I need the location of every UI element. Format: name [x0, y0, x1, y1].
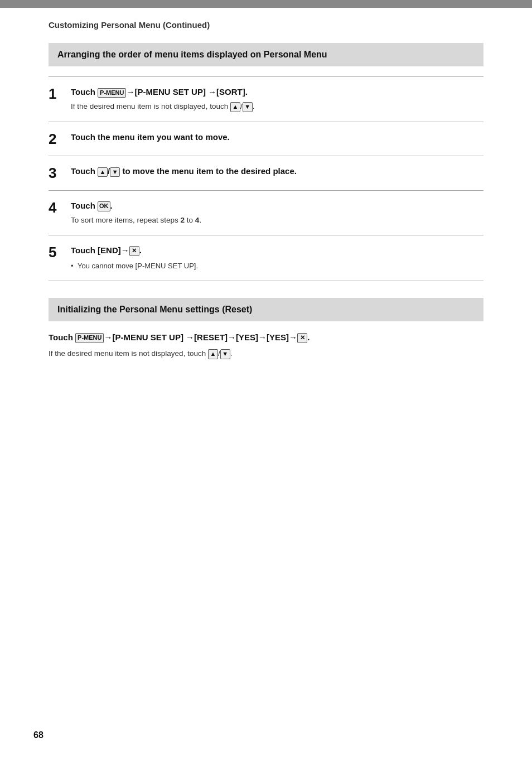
step-4-desc: To sort more items, repeat steps 2 to 4. — [71, 215, 483, 226]
step-3-suffix: to move the menu item to the desired pla… — [120, 166, 297, 176]
divider-3 — [49, 190, 483, 191]
step-5-bullets: You cannot move [P-MENU SET UP]. — [71, 261, 483, 272]
ok-btn: OK — [98, 201, 110, 211]
step-4-bold1: 2 — [181, 216, 185, 224]
step-3: 3 Touch ▲/▼ to move the menu item to the… — [49, 165, 483, 181]
step-3-title: Touch ▲/▼ to move the menu item to the d… — [71, 165, 483, 177]
arrow-down-btn-1: ▼ — [243, 102, 253, 112]
step-3-prefix: Touch — [71, 166, 98, 176]
step-number-2: 2 — [49, 131, 69, 147]
section2-header: Initializing the Personal Menu settings … — [49, 298, 483, 321]
section2: Initializing the Personal Menu settings … — [49, 298, 483, 360]
step-1-prefix: Touch — [71, 87, 98, 97]
step-4-prefix: Touch — [71, 201, 98, 210]
x-btn-2: ✕ — [297, 333, 307, 343]
step-1-suffix: →[P-MENU SET UP] →[SORT]. — [126, 87, 248, 97]
section2-period: . — [307, 332, 309, 342]
arrow-up-btn-1: ▲ — [230, 102, 240, 112]
step-2-title: Touch the menu item you want to move. — [71, 131, 483, 143]
step-1-title: Touch P-MENU→[P-MENU SET UP] →[SORT]. — [71, 86, 483, 98]
step-4-bold2: 4 — [195, 216, 200, 224]
step-number-3: 3 — [49, 165, 69, 181]
step-5-period: . — [139, 245, 142, 255]
page-number: 68 — [33, 730, 43, 740]
x-btn-1: ✕ — [129, 246, 139, 255]
top-bar — [0, 0, 532, 8]
step-2-content: Touch the menu item you want to move. — [71, 131, 483, 143]
step-5-prefix: Touch [END]→ — [71, 245, 129, 255]
step-4-title: Touch OK. — [71, 200, 483, 211]
step-number-4: 4 — [49, 200, 69, 216]
divider-5 — [49, 281, 483, 281]
step-5-title: Touch [END]→✕. — [71, 244, 483, 256]
section1-header: Arranging the order of menu items displa… — [49, 43, 483, 66]
divider-2 — [49, 156, 483, 156]
step-4-period: . — [110, 201, 113, 210]
section2-step-text: →[P-MENU SET UP] →[RESET]→[YES]→[YES]→ — [104, 332, 297, 342]
step-1-desc: If the desired menu item is not displaye… — [71, 101, 483, 112]
arrow-down-btn-2: ▼ — [220, 349, 230, 359]
page-header: Customizing Personal Menu (Continued) — [49, 19, 483, 31]
divider-after-header — [49, 76, 483, 77]
section2-desc: If the desired menu item is not displaye… — [49, 348, 483, 359]
bullet-item-1: You cannot move [P-MENU SET UP]. — [71, 261, 483, 272]
arrow-up-btn-2: ▲ — [208, 349, 218, 359]
step-number-1: 1 — [49, 86, 69, 102]
step-1-content: Touch P-MENU→[P-MENU SET UP] →[SORT]. If… — [71, 86, 483, 112]
section2-step-prefix: Touch — [49, 332, 75, 342]
step-5-content: Touch [END]→✕. You cannot move [P-MENU S… — [71, 244, 483, 272]
step-4-content: Touch OK. To sort more items, repeat ste… — [71, 200, 483, 226]
divider-1 — [49, 122, 483, 122]
step-number-5: 5 — [49, 244, 69, 261]
divider-4 — [49, 235, 483, 235]
step-2: 2 Touch the menu item you want to move. — [49, 131, 483, 147]
step-4: 4 Touch OK. To sort more items, repeat s… — [49, 200, 483, 226]
step-1: 1 Touch P-MENU→[P-MENU SET UP] →[SORT]. … — [49, 86, 483, 112]
section2-step: Touch P-MENU→[P-MENU SET UP] →[RESET]→[Y… — [49, 331, 483, 344]
step-3-content: Touch ▲/▼ to move the menu item to the d… — [71, 165, 483, 177]
arrow-down-btn-3: ▼ — [110, 167, 120, 177]
pmenu-btn-1: P-MENU — [98, 88, 126, 98]
step-5: 5 Touch [END]→✕. You cannot move [P-MENU… — [49, 244, 483, 272]
arrow-up-btn-3: ▲ — [98, 167, 108, 177]
pmenu-btn-2: P-MENU — [75, 333, 104, 343]
